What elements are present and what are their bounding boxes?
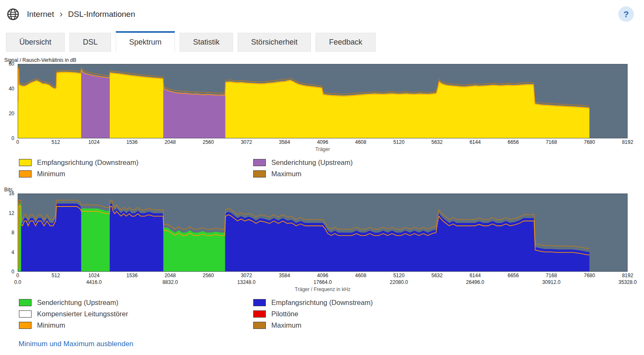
- legend-label: Kompensierter Leitungsstörer: [37, 310, 128, 318]
- breadcrumb-internet[interactable]: Internet: [27, 10, 54, 19]
- x-tick-label: 6656: [508, 139, 519, 145]
- y-tick-label: 40: [9, 86, 14, 92]
- x-tick-label: 1024: [88, 139, 100, 145]
- x-tick-label: 0: [16, 139, 19, 145]
- y-tick-label: 0: [11, 135, 14, 141]
- tab-bar: Übersicht DSL Spektrum Statistik Störsic…: [6, 31, 644, 52]
- legend-item: Pilottöne: [253, 310, 373, 318]
- frequency-tick-label: 17664.0: [313, 279, 331, 285]
- bits-legend-col2: Empfangsrichtung (Downstream)PilottöneMa…: [253, 299, 373, 329]
- frequency-tick-label: 13248.0: [237, 279, 255, 285]
- x-tick-label: 5120: [393, 139, 405, 145]
- x-tick-label: 8192: [622, 139, 633, 145]
- header: Internet › DSL-Informationen ?: [0, 0, 644, 22]
- bits-chart-section: Bits 0481216 051210241536204825603072358…: [0, 187, 644, 329]
- x-tick-label: 1536: [127, 139, 138, 145]
- tab-dsl[interactable]: DSL: [69, 33, 111, 52]
- legend-item: Kompensierter Leitungsstörer: [19, 310, 253, 318]
- snr-plot: [18, 64, 628, 138]
- frequency-tick-label: 35328.0: [618, 279, 636, 285]
- legend-swatch: [19, 322, 32, 329]
- legend-swatch: [19, 299, 32, 306]
- help-button[interactable]: ?: [618, 6, 634, 22]
- x-tick-label: 4608: [355, 139, 366, 145]
- frequency-tick-label: 26496.0: [466, 279, 484, 285]
- snr-legend: Empfangsrichtung (Downstream)Minimum Sen…: [19, 159, 644, 178]
- legend-label: Minimum: [37, 170, 65, 178]
- legend-swatch: [253, 159, 266, 166]
- x-tick-label: 6144: [469, 273, 481, 278]
- hide-minmax-link[interactable]: Minimum und Maximum ausblenden: [19, 340, 133, 348]
- legend-swatch: [253, 299, 266, 306]
- x-tick-label: 8192: [622, 273, 633, 278]
- bits-legend: Senderichtung (Upstream)Kompensierter Le…: [19, 299, 644, 329]
- legend-swatch: [19, 159, 32, 166]
- legend-swatch: [19, 310, 32, 318]
- breadcrumb-dsl-informationen: DSL-Informationen: [68, 10, 135, 19]
- legend-item: Maximum: [253, 170, 353, 178]
- legend-item: Maximum: [253, 321, 373, 329]
- legend-label: Maximum: [271, 321, 302, 329]
- x-tick-label: 6656: [508, 273, 519, 278]
- x-tick-label: 7680: [584, 139, 595, 145]
- x-tick-label: 2560: [203, 139, 214, 145]
- snr-chart-section: Signal / Rausch-Verhältnis in dB 0204060…: [0, 57, 644, 178]
- x-tick-label: 3072: [241, 273, 252, 278]
- legend-label: Minimum: [37, 321, 65, 329]
- globe-icon: [7, 8, 19, 21]
- x-tick-label: 4096: [317, 273, 329, 278]
- x-tick-label: 3584: [279, 273, 290, 278]
- x-tick-label: 4608: [355, 273, 366, 278]
- tab-stoersicherheit[interactable]: Störsicherheit: [238, 33, 311, 52]
- legend-item: Senderichtung (Upstream): [253, 159, 353, 167]
- snr-y-axis-labels: 0204060: [1, 64, 16, 138]
- snr-chart-title: Signal / Rausch-Verhältnis in dB: [4, 57, 644, 63]
- legend-swatch: [19, 170, 32, 178]
- frequency-tick-label: 0.0: [14, 279, 21, 285]
- chevron-right-icon: ›: [59, 10, 62, 19]
- y-tick-label: 4: [11, 249, 14, 255]
- frequency-tick-label: 30912.0: [542, 279, 560, 285]
- tab-feedback[interactable]: Feedback: [315, 33, 376, 52]
- tab-spektrum[interactable]: Spektrum: [116, 31, 175, 52]
- frequency-tick-label: 4416.0: [86, 279, 102, 285]
- x-tick-label: 3072: [241, 139, 252, 145]
- bits-x-axis-title: Träger / Frequenz in kHz: [18, 286, 628, 292]
- x-tick-label: 7680: [584, 273, 595, 278]
- snr-x-axis-labels: 0512102415362048256030723584409646085120…: [18, 138, 628, 145]
- x-tick-label: 1024: [88, 273, 100, 278]
- x-tick-label: 4096: [317, 139, 329, 145]
- y-tick-label: 0: [11, 269, 14, 275]
- y-tick-label: 20: [9, 111, 14, 117]
- legend-label: Empfangsrichtung (Downstream): [271, 299, 373, 307]
- legend-swatch: [253, 310, 266, 318]
- x-tick-label: 6144: [469, 139, 481, 145]
- y-tick-label: 60: [9, 61, 14, 67]
- x-tick-label: 512: [52, 273, 60, 278]
- tab-uebersicht[interactable]: Übersicht: [6, 33, 65, 52]
- legend-label: Pilottöne: [271, 310, 298, 318]
- bits-chart-title: Bits: [4, 187, 644, 193]
- legend-label: Empfangsrichtung (Downstream): [37, 159, 138, 167]
- frequency-tick-label: 8832.0: [162, 279, 178, 285]
- x-tick-label: 3584: [279, 139, 290, 145]
- snr-legend-col1: Empfangsrichtung (Downstream)Minimum: [19, 159, 253, 178]
- x-tick-label: 7168: [546, 139, 557, 145]
- legend-item: Minimum: [19, 321, 253, 329]
- bits-legend-col1: Senderichtung (Upstream)Kompensierter Le…: [19, 299, 253, 329]
- legend-label: Senderichtung (Upstream): [37, 299, 119, 307]
- legend-swatch: [253, 322, 266, 329]
- x-tick-label: 5632: [432, 139, 443, 145]
- legend-item: Minimum: [19, 170, 253, 178]
- bits-plot: [18, 193, 628, 272]
- y-tick-label: 16: [9, 191, 14, 196]
- x-tick-label: 5120: [393, 273, 405, 278]
- bits-x-axis-labels: 0512102415362048256030723584409646085120…: [18, 272, 628, 278]
- tab-statistik[interactable]: Statistik: [180, 33, 233, 52]
- y-tick-label: 12: [9, 210, 14, 216]
- bits-y-axis-labels: 0481216: [1, 193, 16, 272]
- x-tick-label: 2048: [164, 139, 176, 145]
- x-tick-label: 2560: [203, 273, 214, 278]
- legend-item: Senderichtung (Upstream): [19, 299, 253, 307]
- legend-label: Senderichtung (Upstream): [271, 159, 353, 167]
